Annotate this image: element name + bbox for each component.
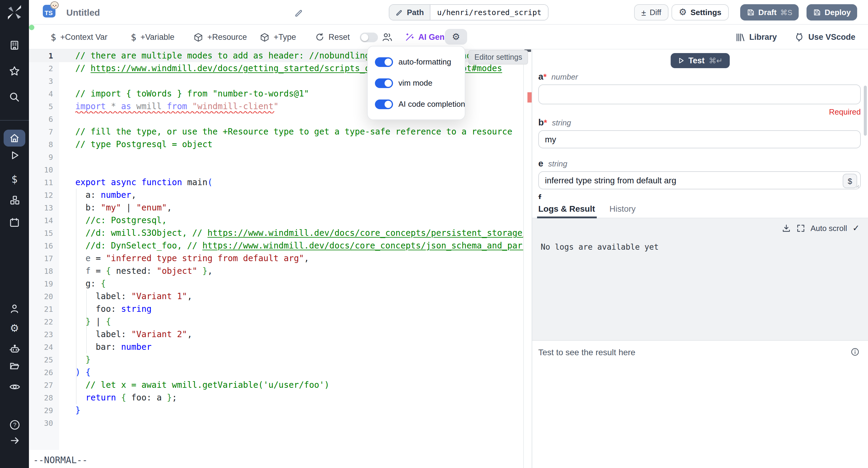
- toggle-off[interactable]: [360, 32, 378, 42]
- code-line[interactable]: 8// type Postgresql = object: [29, 138, 523, 151]
- add-resource-button[interactable]: +Resource: [193, 25, 247, 50]
- code-line[interactable]: 19 g: {: [29, 277, 523, 290]
- code-line[interactable]: 23 label: "Variant 2",: [29, 328, 523, 341]
- library-button[interactable]: Library: [735, 25, 777, 50]
- tab-logs-result[interactable]: Logs & Result: [538, 199, 595, 218]
- code-line[interactable]: 17 e = "inferred type string from defaul…: [29, 252, 523, 265]
- code-line[interactable]: 22 } | {: [29, 315, 523, 328]
- code-line[interactable]: 25 }: [29, 353, 523, 366]
- add-context-var-button[interactable]: $ +Context Var: [51, 25, 107, 50]
- code-line[interactable]: 7// fill the type, or use the +Resource …: [29, 125, 523, 138]
- code-line[interactable]: 11export async function main(: [29, 176, 523, 189]
- collapse-arrow-right-icon[interactable]: [0, 435, 29, 446]
- line-number: 3: [29, 75, 59, 87]
- field-b-input[interactable]: my: [538, 130, 861, 148]
- dropdown-option-vim-mode[interactable]: vim mode: [375, 72, 458, 93]
- code-line[interactable]: 14 //c: Postgresql,: [29, 214, 523, 227]
- line-number: 19: [29, 277, 59, 290]
- user-person-icon[interactable]: [0, 303, 29, 314]
- field-e-label: e string: [538, 158, 567, 168]
- code-line[interactable]: 27 // let x = await wmill.getVariable('u…: [29, 379, 523, 391]
- field-e-input[interactable]: inferred type string from default arg $: [538, 171, 861, 189]
- path-label: Path: [390, 5, 430, 20]
- code-line[interactable]: 29}: [29, 404, 523, 417]
- save-icon: [813, 8, 821, 16]
- workers-robot-icon[interactable]: [0, 344, 29, 355]
- package-icon: [193, 32, 203, 42]
- help-icon[interactable]: ?: [0, 419, 29, 431]
- preview-panel: Test ⌘↵ a* number Required b* string my …: [532, 50, 868, 468]
- variables-dollar-icon[interactable]: $: [0, 173, 29, 185]
- code-line[interactable]: 15 //d: wmill.S3Object, // https://www.w…: [29, 227, 523, 239]
- dropdown-option-auto-formatting[interactable]: auto-formatting: [375, 51, 458, 72]
- path-field[interactable]: Path u/henri/restored_script: [389, 4, 549, 21]
- dollar-icon: $: [51, 32, 56, 42]
- diff-button[interactable]: ± Diff: [634, 4, 669, 21]
- workspace-building-icon[interactable]: [0, 40, 29, 51]
- package-icon: [260, 32, 270, 42]
- code-line[interactable]: 28 return { foo: a };: [29, 391, 523, 404]
- toggle-on[interactable]: [375, 78, 393, 88]
- check-icon[interactable]: ✓: [852, 223, 860, 233]
- editor-settings-button[interactable]: ⚙: [445, 29, 467, 45]
- audit-eye-icon[interactable]: [0, 381, 29, 392]
- line-number: 2: [29, 62, 59, 75]
- line-number: 28: [29, 391, 59, 404]
- code-line[interactable]: 21 foo: string: [29, 303, 523, 315]
- search-icon[interactable]: [0, 92, 29, 103]
- folders-icon[interactable]: [0, 361, 29, 372]
- use-vscode-button[interactable]: Use VScode: [795, 25, 855, 50]
- code-line[interactable]: 13 b: "my" | "enum",: [29, 201, 523, 214]
- test-button[interactable]: Test ⌘↵: [670, 53, 730, 68]
- schedules-calendar-icon[interactable]: [0, 217, 29, 228]
- code-line[interactable]: 16 //d: DynSelect_foo, // https://www.wi…: [29, 239, 523, 252]
- add-type-button[interactable]: +Type: [260, 25, 296, 50]
- resources-cubes-icon[interactable]: [0, 195, 29, 206]
- settings-gear-icon[interactable]: ⚙: [0, 323, 29, 333]
- toggle-on[interactable]: [375, 57, 393, 67]
- auto-scroll-label[interactable]: Auto scroll: [810, 224, 847, 233]
- tab-history[interactable]: History: [610, 199, 636, 218]
- reset-button[interactable]: Reset: [315, 25, 350, 50]
- deploy-button[interactable]: Deploy: [807, 4, 858, 21]
- info-icon[interactable]: [850, 347, 860, 356]
- dropdown-option-ai-code-completion[interactable]: AI code completion: [375, 93, 458, 115]
- path-value[interactable]: u/henri/restored_script: [430, 5, 548, 20]
- resize-grip-icon[interactable]: [854, 183, 860, 188]
- runs-play-icon[interactable]: [0, 150, 29, 160]
- code-line[interactable]: 26) {: [29, 366, 523, 379]
- download-icon[interactable]: [781, 224, 790, 233]
- code-line[interactable]: 12 a: number,: [29, 189, 523, 201]
- code-line[interactable]: 30: [29, 417, 523, 430]
- editor-settings-options: auto-formattingvim modeAI code completio…: [375, 51, 458, 115]
- code-line[interactable]: 18 f = { nested: "object" },: [29, 265, 523, 277]
- code-line[interactable]: 24 bar: number: [29, 341, 523, 353]
- code-line[interactable]: 10: [29, 164, 523, 176]
- edit-title-pencil-icon[interactable]: [294, 0, 304, 25]
- sidebar-item-home[interactable]: [4, 130, 25, 147]
- dropdown-option-label: auto-formatting: [398, 57, 451, 66]
- settings-button[interactable]: ⚙ Settings: [672, 4, 729, 21]
- expand-icon[interactable]: [796, 224, 805, 233]
- code-line[interactable]: 9: [29, 151, 523, 164]
- pencil-icon: [396, 8, 403, 16]
- windmill-logo-icon[interactable]: [0, 5, 29, 21]
- draft-button[interactable]: Draft ⌘S: [740, 4, 799, 21]
- add-variable-button[interactable]: $ +Variable: [131, 25, 175, 50]
- toggle-on[interactable]: [375, 99, 393, 109]
- line-number: 23: [29, 328, 59, 341]
- line-number: 27: [29, 379, 59, 391]
- windmill-script-editor: $ ⚙ ? TS Untitled: [0, 0, 868, 468]
- field-a-label: a* number: [538, 71, 578, 82]
- field-b-label: b* string: [538, 117, 571, 128]
- result-placeholder: Test to see the result here: [538, 347, 635, 357]
- logs-toolbar: Auto scroll ✓: [781, 223, 860, 233]
- panel-scrollbar[interactable]: [864, 86, 867, 136]
- favorites-star-icon[interactable]: [0, 66, 29, 77]
- field-a-input[interactable]: [538, 84, 861, 104]
- line-number: 22: [29, 315, 59, 328]
- editor-overview-ruler[interactable]: [523, 50, 532, 468]
- line-number: 9: [29, 151, 59, 164]
- vim-status-bar: --NORMAL--: [33, 455, 88, 466]
- code-line[interactable]: 20 label: "Variant 1",: [29, 290, 523, 303]
